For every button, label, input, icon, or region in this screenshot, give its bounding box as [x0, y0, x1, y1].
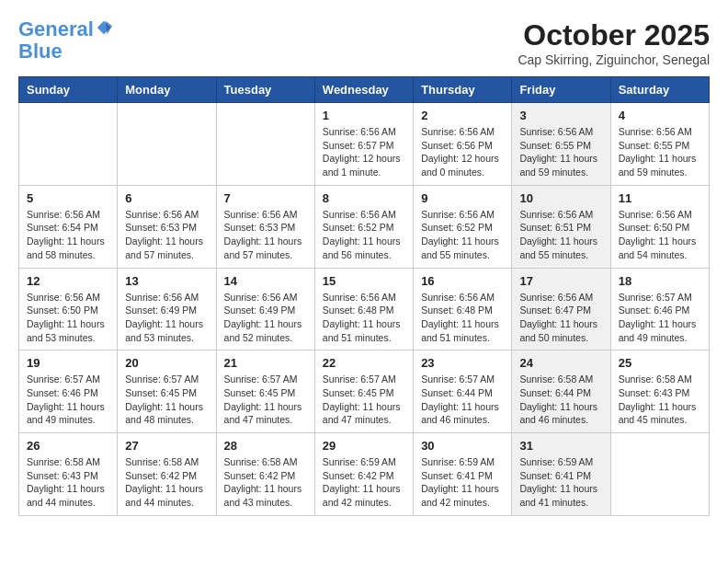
calendar-cell [118, 103, 216, 186]
day-info: Sunrise: 6:56 AMSunset: 6:56 PMDaylight:… [421, 125, 504, 179]
day-info: Sunrise: 6:56 AMSunset: 6:50 PMDaylight:… [619, 208, 701, 262]
calendar-cell: 28Sunrise: 6:58 AMSunset: 6:42 PMDayligh… [216, 433, 314, 516]
day-number: 4 [619, 109, 701, 122]
calendar-cell: 9Sunrise: 6:56 AMSunset: 6:52 PMDaylight… [414, 185, 512, 268]
day-info: Sunrise: 6:56 AMSunset: 6:55 PMDaylight:… [619, 125, 701, 179]
day-info: Sunrise: 6:56 AMSunset: 6:49 PMDaylight:… [125, 291, 208, 345]
day-number: 30 [421, 439, 504, 453]
day-info: Sunrise: 6:57 AMSunset: 6:45 PMDaylight:… [125, 373, 208, 427]
day-number: 7 [224, 191, 307, 205]
calendar-cell [216, 103, 314, 186]
logo-text: General [18, 18, 112, 40]
calendar-cell: 22Sunrise: 6:57 AMSunset: 6:45 PMDayligh… [314, 350, 413, 433]
calendar-cell: 20Sunrise: 6:57 AMSunset: 6:45 PMDayligh… [118, 350, 216, 433]
calendar-cell: 18Sunrise: 6:57 AMSunset: 6:46 PMDayligh… [610, 268, 709, 350]
day-number: 3 [519, 109, 602, 122]
calendar-cell: 14Sunrise: 6:56 AMSunset: 6:49 PMDayligh… [216, 268, 314, 350]
day-number: 5 [27, 191, 109, 205]
day-number: 11 [619, 191, 701, 205]
day-info: Sunrise: 6:58 AMSunset: 6:42 PMDaylight:… [125, 455, 208, 510]
day-info: Sunrise: 6:58 AMSunset: 6:43 PMDaylight:… [27, 455, 109, 510]
calendar-cell: 27Sunrise: 6:58 AMSunset: 6:42 PMDayligh… [118, 433, 216, 516]
day-number: 19 [27, 356, 109, 370]
day-info: Sunrise: 6:58 AMSunset: 6:44 PMDaylight:… [519, 373, 602, 427]
calendar-cell: 2Sunrise: 6:56 AMSunset: 6:56 PMDaylight… [414, 103, 512, 186]
calendar-cell: 10Sunrise: 6:56 AMSunset: 6:51 PMDayligh… [512, 185, 610, 268]
month-title: October 2025 [518, 18, 710, 52]
week-row-2: 5Sunrise: 6:56 AMSunset: 6:54 PMDaylight… [19, 185, 710, 268]
day-info: Sunrise: 6:56 AMSunset: 6:57 PMDaylight:… [323, 125, 405, 179]
title-section: October 2025 Cap Skirring, Ziguinchor, S… [518, 18, 710, 67]
calendar-cell: 17Sunrise: 6:56 AMSunset: 6:47 PMDayligh… [512, 268, 610, 350]
day-number: 18 [619, 274, 701, 288]
location-subtitle: Cap Skirring, Ziguinchor, Senegal [518, 52, 710, 67]
week-row-4: 19Sunrise: 6:57 AMSunset: 6:46 PMDayligh… [19, 350, 710, 433]
day-info: Sunrise: 6:56 AMSunset: 6:48 PMDaylight:… [421, 291, 504, 345]
weekday-header-row: SundayMondayTuesdayWednesdayThursdayFrid… [19, 77, 710, 103]
calendar-cell: 6Sunrise: 6:56 AMSunset: 6:53 PMDaylight… [118, 185, 216, 268]
day-info: Sunrise: 6:59 AMSunset: 6:41 PMDaylight:… [519, 455, 602, 510]
day-number: 24 [519, 356, 602, 370]
week-row-5: 26Sunrise: 6:58 AMSunset: 6:43 PMDayligh… [19, 433, 710, 516]
weekday-header-thursday: Thursday [414, 77, 512, 103]
day-info: Sunrise: 6:56 AMSunset: 6:53 PMDaylight:… [125, 208, 208, 262]
day-number: 31 [519, 439, 602, 453]
day-info: Sunrise: 6:56 AMSunset: 6:47 PMDaylight:… [519, 291, 602, 345]
svg-marker-1 [106, 21, 112, 34]
calendar-cell: 24Sunrise: 6:58 AMSunset: 6:44 PMDayligh… [512, 350, 610, 433]
day-info: Sunrise: 6:56 AMSunset: 6:55 PMDaylight:… [519, 125, 602, 179]
day-info: Sunrise: 6:56 AMSunset: 6:54 PMDaylight:… [27, 208, 109, 262]
calendar-cell: 7Sunrise: 6:56 AMSunset: 6:53 PMDaylight… [216, 185, 314, 268]
day-info: Sunrise: 6:56 AMSunset: 6:52 PMDaylight:… [421, 208, 504, 262]
calendar-cell: 15Sunrise: 6:56 AMSunset: 6:48 PMDayligh… [314, 268, 413, 350]
calendar-cell: 5Sunrise: 6:56 AMSunset: 6:54 PMDaylight… [19, 185, 118, 268]
weekday-header-sunday: Sunday [19, 77, 118, 103]
day-number: 22 [323, 356, 405, 370]
day-info: Sunrise: 6:57 AMSunset: 6:45 PMDaylight:… [323, 373, 405, 427]
calendar-cell: 29Sunrise: 6:59 AMSunset: 6:42 PMDayligh… [314, 433, 413, 516]
day-number: 1 [323, 109, 405, 122]
day-number: 8 [323, 191, 405, 205]
calendar-cell: 16Sunrise: 6:56 AMSunset: 6:48 PMDayligh… [414, 268, 512, 350]
calendar-cell: 3Sunrise: 6:56 AMSunset: 6:55 PMDaylight… [512, 103, 610, 186]
calendar-cell: 30Sunrise: 6:59 AMSunset: 6:41 PMDayligh… [414, 433, 512, 516]
day-number: 27 [125, 439, 208, 453]
day-info: Sunrise: 6:56 AMSunset: 6:50 PMDaylight:… [27, 291, 109, 345]
day-info: Sunrise: 6:58 AMSunset: 6:42 PMDaylight:… [224, 455, 307, 510]
logo-line1: General [18, 17, 94, 40]
day-number: 10 [519, 191, 602, 205]
calendar-cell: 21Sunrise: 6:57 AMSunset: 6:45 PMDayligh… [216, 350, 314, 433]
day-number: 13 [125, 274, 208, 288]
calendar-cell: 12Sunrise: 6:56 AMSunset: 6:50 PMDayligh… [19, 268, 118, 350]
day-number: 29 [323, 439, 405, 453]
calendar-cell [610, 433, 709, 516]
day-number: 17 [519, 274, 602, 288]
day-info: Sunrise: 6:59 AMSunset: 6:42 PMDaylight:… [323, 455, 405, 510]
weekday-header-saturday: Saturday [610, 77, 709, 103]
day-number: 14 [224, 274, 307, 288]
day-number: 15 [323, 274, 405, 288]
day-number: 20 [125, 356, 208, 370]
day-info: Sunrise: 6:56 AMSunset: 6:51 PMDaylight:… [519, 208, 602, 262]
calendar-cell: 13Sunrise: 6:56 AMSunset: 6:49 PMDayligh… [118, 268, 216, 350]
weekday-header-tuesday: Tuesday [216, 77, 314, 103]
day-info: Sunrise: 6:56 AMSunset: 6:49 PMDaylight:… [224, 291, 307, 345]
day-number: 26 [27, 439, 109, 453]
weekday-header-friday: Friday [512, 77, 610, 103]
calendar-cell: 31Sunrise: 6:59 AMSunset: 6:41 PMDayligh… [512, 433, 610, 516]
day-number: 9 [421, 191, 504, 205]
day-number: 21 [224, 356, 307, 370]
day-number: 25 [619, 356, 701, 370]
calendar-cell: 1Sunrise: 6:56 AMSunset: 6:57 PMDaylight… [314, 103, 413, 186]
calendar-cell: 19Sunrise: 6:57 AMSunset: 6:46 PMDayligh… [19, 350, 118, 433]
logo-icon [96, 19, 112, 36]
day-info: Sunrise: 6:57 AMSunset: 6:44 PMDaylight:… [421, 373, 504, 427]
logo: General Blue [18, 18, 112, 63]
day-number: 23 [421, 356, 504, 370]
calendar-cell: 4Sunrise: 6:56 AMSunset: 6:55 PMDaylight… [610, 103, 709, 186]
day-info: Sunrise: 6:56 AMSunset: 6:52 PMDaylight:… [323, 208, 405, 262]
day-info: Sunrise: 6:56 AMSunset: 6:53 PMDaylight:… [224, 208, 307, 262]
day-info: Sunrise: 6:58 AMSunset: 6:43 PMDaylight:… [619, 373, 701, 427]
calendar-cell: 26Sunrise: 6:58 AMSunset: 6:43 PMDayligh… [19, 433, 118, 516]
calendar-cell: 11Sunrise: 6:56 AMSunset: 6:50 PMDayligh… [610, 185, 709, 268]
